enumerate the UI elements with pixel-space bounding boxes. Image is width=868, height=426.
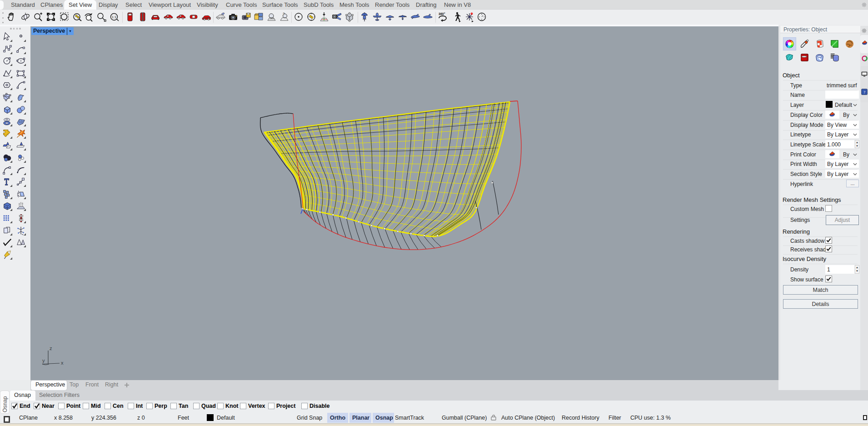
svg-text:z: z (50, 346, 52, 351)
svg-text:1:1: 1:1 (112, 15, 116, 19)
svg-text:360°: 360° (439, 12, 445, 15)
svg-text:x: x (61, 360, 64, 366)
svg-text:?: ? (863, 90, 865, 95)
svg-text:y: y (42, 358, 45, 363)
